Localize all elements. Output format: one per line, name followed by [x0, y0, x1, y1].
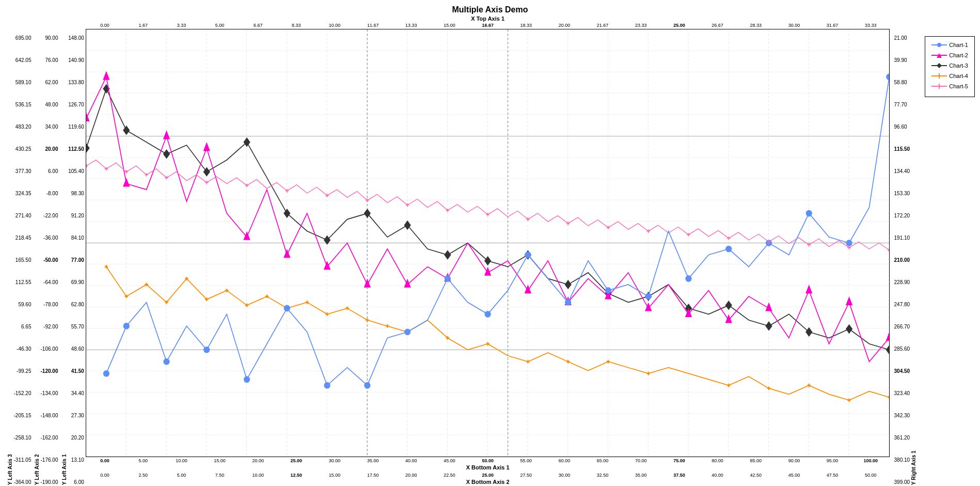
y-axes-right: 21.00 39.90 58.80 77.70 96.60 115.50 134…: [890, 15, 921, 486]
legend-marker-circle: [937, 42, 942, 48]
y-axes-left: Y Left Axis 3 695.00 642.05 589.10 536.1…: [5, 15, 86, 486]
y-left-axis-1-ticks: 148.00 140.90 133.80 126.70 119.60 112.5…: [68, 15, 84, 486]
svg-point-112: [284, 305, 290, 311]
y-left-axis-3-label: Y Left Axis 3: [6, 15, 14, 486]
legend-label-chart4: Chart-4: [949, 73, 968, 79]
svg-point-107: [103, 370, 109, 376]
svg-marker-175: [937, 53, 942, 58]
legend: Chart-1 Chart-2 Chart-3: [925, 36, 975, 97]
x-bottom-axis-1-ticks: 0.00 5.00 10.00 15.00 20.00 25.00 30.00 …: [86, 457, 890, 463]
svg-point-117: [485, 311, 491, 317]
svg-point-119: [565, 300, 571, 305]
svg-point-116: [445, 276, 450, 281]
legend-item-chart5: Chart-5: [931, 82, 968, 90]
legend-marker-triangle: [937, 53, 942, 58]
svg-point-108: [123, 323, 129, 329]
x-bottom-axis-2-ticks: 0.00 2.50 5.00 7.50 10.00 12.50 15.00 17…: [86, 472, 890, 478]
y-left-axis-1: Y Left Axis 1 148.00 140.90 133.80 126.7…: [59, 15, 86, 486]
y-right-axis-1: 21.00 39.90 58.80 77.70 96.60 115.50 134…: [890, 15, 921, 486]
svg-point-123: [726, 246, 732, 252]
legend-item-chart2: Chart-2: [931, 51, 968, 59]
y-right-axis-1-ticks: 21.00 39.90 58.80 77.70 96.60 115.50 134…: [893, 15, 910, 486]
y-right-axis-1-label: Y Right Axis 1: [910, 15, 918, 486]
legend-label-chart3: Chart-3: [949, 62, 968, 69]
legend-label-chart1: Chart-1: [949, 42, 968, 48]
chart-plot: [86, 29, 890, 457]
legend-icon-chart2: [931, 51, 947, 59]
svg-point-113: [324, 382, 330, 388]
svg-point-122: [686, 276, 691, 281]
svg-point-111: [244, 377, 250, 382]
y-left-axis-3: Y Left Axis 3 695.00 642.05 589.10 536.1…: [5, 15, 32, 486]
svg-marker-176: [937, 63, 942, 68]
legend-icon-chart4: [931, 72, 947, 80]
chart-svg: [86, 29, 889, 457]
y-left-axis-2-label: Y Left Axis 2: [33, 15, 41, 486]
legend-item-chart3: Chart-3: [931, 61, 968, 70]
main-title: Multiple Axis Demo: [452, 5, 528, 14]
legend-label-chart5: Chart-5: [949, 83, 968, 89]
legend-icon-chart5: [931, 82, 947, 90]
svg-point-115: [405, 329, 410, 335]
x-bottom-axis-2-label: X Bottom Axis 2: [86, 479, 890, 485]
y-left-axis-2-ticks: 90.00 76.00 62.00 48.00 34.00 20.00 6.00…: [41, 15, 58, 486]
svg-point-110: [204, 347, 210, 353]
legend-icon-chart3: [931, 61, 947, 70]
x-top-axis-label: X Top Axis 1: [86, 15, 890, 22]
legend-icon-chart1: [931, 41, 947, 49]
legend-label-chart2: Chart-2: [949, 52, 968, 58]
svg-point-120: [605, 288, 611, 293]
svg-point-125: [806, 210, 812, 216]
chart-area: Y Left Axis 3 695.00 642.05 589.10 536.1…: [0, 15, 980, 486]
y-left-axis-1-label: Y Left Axis 1: [60, 15, 68, 486]
svg-point-118: [525, 252, 531, 258]
center-chart: X Top Axis 1 0.00 1.67 3.33 5.00 6.67 8.…: [86, 15, 890, 486]
x-top-ticks: 0.00 1.67 3.33 5.00 6.67 8.33 10.00 11.6…: [86, 23, 890, 29]
y-left-axis-3-ticks: 695.00 642.05 589.10 536.15 483.20 430.2…: [14, 15, 31, 486]
svg-point-109: [164, 358, 169, 364]
legend-item-chart1: Chart-1: [931, 41, 968, 49]
svg-point-114: [365, 382, 370, 388]
y-left-axis-2: Y Left Axis 2 90.00 76.00 62.00 48.00 34…: [32, 15, 59, 486]
svg-point-121: [645, 293, 651, 299]
x-bottom-axis-1-label: X Bottom Axis 1: [86, 464, 890, 471]
legend-marker-cross: [937, 73, 942, 79]
svg-point-126: [846, 240, 852, 246]
page-container: Multiple Axis Demo Y Left Axis 3 695.00 …: [0, 0, 980, 486]
legend-marker-plus: [937, 84, 942, 89]
legend-item-chart4: Chart-4: [931, 72, 968, 80]
legend-marker-diamond: [937, 63, 942, 68]
svg-point-174: [937, 43, 941, 47]
